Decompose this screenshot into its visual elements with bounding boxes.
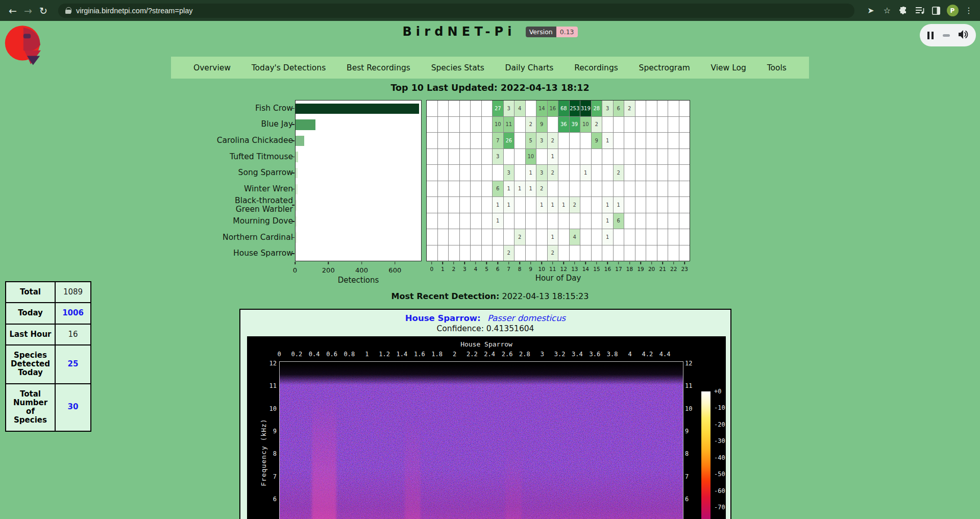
nav-item-overview[interactable]: Overview	[193, 63, 231, 72]
x-tick-mark	[552, 262, 553, 264]
heatmap-cell	[580, 245, 591, 261]
nav-item-spectrogram[interactable]: Spectrogram	[639, 63, 690, 72]
heatmap-cell	[482, 149, 493, 165]
heatmap-cell	[646, 165, 657, 181]
axis-tick-label: 1	[441, 266, 445, 272]
spectrogram-freq-tick: 12	[261, 360, 277, 367]
axis-tick-label: 2	[452, 266, 456, 272]
heatmap-cell: 3	[493, 149, 503, 165]
spectrogram-freq-tick: 11	[261, 382, 277, 389]
x-tick-mark	[541, 262, 542, 264]
nav-item-species-stats[interactable]: Species Stats	[431, 63, 484, 72]
heatmap-cell	[427, 133, 437, 149]
nav-item-best-recordings[interactable]: Best Recordings	[347, 63, 410, 72]
bar	[296, 104, 419, 114]
send-icon[interactable]: ➤	[864, 4, 878, 18]
y-tick-mark	[292, 205, 295, 206]
heatmap-cell	[614, 117, 624, 133]
species-label: Fish Crow	[216, 104, 293, 112]
y-tick-mark	[292, 221, 295, 222]
reload-icon[interactable]: ↻	[36, 5, 51, 16]
heatmap-cell	[526, 213, 536, 229]
heatmap-cell	[646, 213, 657, 229]
heatmap-cell	[592, 197, 602, 213]
x-tick-mark	[629, 262, 630, 264]
pause-icon[interactable]	[927, 32, 934, 39]
heatmap-cell: 253	[570, 101, 580, 116]
forward-icon[interactable]: →	[20, 5, 36, 16]
heatmap-cell	[460, 229, 471, 245]
nav-item-recordings[interactable]: Recordings	[574, 63, 618, 72]
nav-item-view-log[interactable]: View Log	[711, 63, 746, 72]
stat-value[interactable]: 30	[55, 384, 91, 431]
page-title: BirdNET-Pi	[402, 24, 516, 39]
volume-icon[interactable]	[959, 30, 968, 41]
profile-avatar[interactable]: P	[945, 4, 960, 18]
back-icon[interactable]: ←	[5, 5, 20, 16]
heatmap-cell	[482, 229, 493, 245]
nav-item-daily-charts[interactable]: Daily Charts	[505, 63, 554, 72]
heatmap-cell: 27	[493, 101, 503, 116]
side-panel-icon[interactable]	[929, 4, 943, 18]
heatmap-cell: 1	[558, 197, 569, 213]
heatmap-cell	[624, 149, 635, 165]
spectrogram-time-tick: 3.2	[554, 351, 566, 358]
version-badge: Version 0.13	[526, 27, 578, 37]
stat-value[interactable]: 1006	[55, 303, 91, 324]
heatmap-cell	[514, 133, 525, 149]
y-tick-mark	[292, 140, 295, 141]
bar	[296, 200, 297, 211]
x-tick-mark	[607, 262, 608, 264]
nav-item-today-s-detections[interactable]: Today's Detections	[252, 63, 326, 72]
spectrogram-title: House Sparrow	[247, 340, 726, 348]
heatmap-cell	[570, 133, 580, 149]
heatmap-cell	[438, 229, 449, 245]
most-recent-detection: Most Recent Detection: 2022-04-13 18:15:…	[0, 291, 980, 301]
spectrogram-time-tick: 4.4	[659, 351, 671, 358]
audio-player[interactable]	[920, 24, 976, 46]
axis-tick-label: 400	[355, 266, 368, 274]
playlist-extension-icon[interactable]	[913, 4, 927, 18]
heatmap-cell	[646, 133, 657, 149]
species-label: Blue Jay	[216, 120, 293, 128]
y-tick-mark	[292, 189, 295, 190]
heatmap-cell	[427, 165, 437, 181]
heatmap-cell: 3	[602, 101, 613, 116]
heatmap-cell	[514, 117, 525, 133]
url-text[interactable]: virginia.birdnetpi.com/?stream=play	[76, 7, 192, 15]
heatmap-cell	[558, 181, 569, 197]
padlock-icon[interactable]	[65, 7, 71, 14]
menu-dots-icon[interactable]: ⋮	[962, 4, 976, 18]
browser-toolbar: ← → ↻ virginia.birdnetpi.com/?stream=pla…	[0, 0, 980, 21]
x-tick-mark	[618, 262, 619, 264]
x-tick-mark	[486, 262, 487, 264]
spectrogram-freq-tick: 9	[261, 428, 277, 435]
heatmap-cell	[471, 101, 481, 116]
heatmap-cell	[592, 181, 602, 197]
stat-value[interactable]: 25	[55, 345, 91, 384]
species-link[interactable]: House Sparrow:	[405, 313, 481, 323]
spectrogram-low-band	[280, 468, 683, 519]
spectrogram-top-band	[280, 362, 683, 385]
seek-handle[interactable]	[943, 34, 950, 37]
nav-item-tools[interactable]: Tools	[767, 63, 787, 72]
heatmap-cell	[580, 197, 591, 213]
stat-label: Total Number of Species	[6, 384, 55, 431]
x-tick-mark	[640, 262, 641, 264]
heatmap-cell	[514, 165, 525, 181]
x-tick-mark	[328, 262, 329, 264]
extensions-puzzle-icon[interactable]	[896, 4, 911, 18]
heatmap-cell: 3	[536, 165, 547, 181]
heatmap-cell	[668, 213, 679, 229]
spectrogram-time-tick: 3	[541, 351, 544, 358]
bookmark-star-icon[interactable]: ☆	[880, 4, 894, 18]
address-bar[interactable]: virginia.birdnetpi.com/?stream=play	[58, 4, 854, 18]
species-label: Black-throated Green Warbler	[216, 196, 293, 213]
heatmap-cell	[558, 213, 569, 229]
heatmap-cell	[438, 165, 449, 181]
spectrogram-freq-tick: 10	[261, 405, 277, 412]
spectrogram-time-tick: 4.2	[642, 351, 653, 358]
heatmap-cell: 14	[536, 101, 547, 116]
heatmap-cell: 7	[493, 133, 503, 149]
bar	[296, 119, 315, 130]
